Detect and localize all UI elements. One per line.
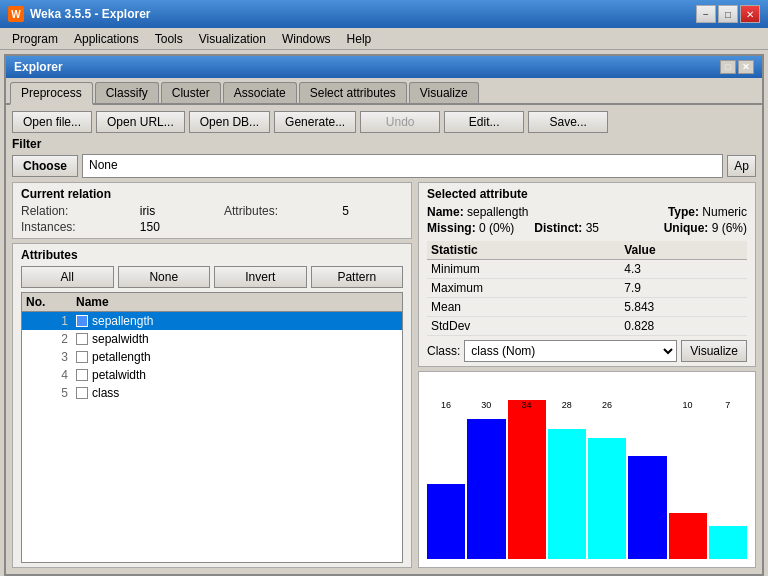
histogram-chart: 16 30 34	[427, 380, 747, 559]
minimize-button[interactable]: −	[696, 5, 716, 23]
apply-button[interactable]: Ap	[727, 155, 756, 177]
attr-checkbox[interactable]	[76, 369, 88, 381]
choose-button[interactable]: Choose	[12, 155, 78, 177]
attr-missing-label	[534, 205, 639, 219]
attributes-title: Attributes	[21, 248, 403, 262]
attributes-value: 5	[342, 204, 403, 218]
bar	[467, 419, 505, 559]
explorer-title-bar: Explorer □ ✕	[6, 56, 762, 78]
edit-button[interactable]: Edit...	[444, 111, 524, 133]
none-button[interactable]: None	[118, 266, 211, 288]
table-row[interactable]: 4 petalwidth	[22, 366, 402, 384]
open-url-button[interactable]: Open URL...	[96, 111, 185, 133]
attr-missing-info: Missing: 0 (0%)	[427, 221, 532, 235]
open-db-button[interactable]: Open DB...	[189, 111, 270, 133]
menu-visualization[interactable]: Visualization	[191, 30, 274, 48]
invert-button[interactable]: Invert	[214, 266, 307, 288]
bar-group: 10	[669, 400, 707, 559]
relation-grid: Relation: iris Attributes: 5 Instances: …	[21, 204, 403, 234]
weka-icon: W	[8, 6, 24, 22]
all-button[interactable]: All	[21, 266, 114, 288]
stat-name: Mean	[427, 298, 620, 317]
bar	[508, 400, 546, 559]
menu-applications[interactable]: Applications	[66, 30, 147, 48]
close-button[interactable]: ✕	[740, 5, 760, 23]
attr-name-label: Name: sepallength	[427, 205, 532, 219]
pattern-button[interactable]: Pattern	[311, 266, 404, 288]
generate-button[interactable]: Generate...	[274, 111, 356, 133]
tab-preprocess[interactable]: Preprocess	[10, 82, 93, 105]
right-panel: Selected attribute Name: sepallength Typ…	[418, 182, 756, 568]
attribute-table[interactable]: No. Name 1 sepallength	[21, 292, 403, 563]
tab-classify[interactable]: Classify	[95, 82, 159, 103]
attributes-section: Attributes All None Invert Pattern No. N…	[12, 243, 412, 568]
stat-col-statistic: Statistic	[427, 241, 620, 260]
open-file-button[interactable]: Open file...	[12, 111, 92, 133]
stat-row-maximum: Maximum 7.9	[427, 279, 747, 298]
attr-num: 3	[26, 350, 76, 364]
attr-type-label: Type: Numeric	[642, 205, 747, 219]
table-header: No. Name	[22, 293, 402, 312]
menu-tools[interactable]: Tools	[147, 30, 191, 48]
col-name-header: Name	[76, 295, 398, 309]
explorer-title-text: Explorer	[14, 60, 63, 74]
bar-label: 26	[602, 400, 612, 410]
stat-row-mean: Mean 5.843	[427, 298, 747, 317]
selected-attribute-info: Name: sepallength Type: Numeric Missing:…	[427, 205, 747, 235]
class-label: Class:	[427, 344, 460, 358]
explorer-close-button[interactable]: ✕	[738, 60, 754, 74]
bar-label: 7	[725, 400, 730, 410]
attr-name-cell: sepallength	[76, 314, 398, 328]
attr-checkbox[interactable]	[76, 315, 88, 327]
bar-label: 16	[441, 400, 451, 410]
table-row[interactable]: 5 class	[22, 384, 402, 402]
current-relation-section: Current relation Relation: iris Attribut…	[12, 182, 412, 239]
bar	[548, 429, 586, 559]
attr-checkbox[interactable]	[76, 351, 88, 363]
histogram-container: 16 30 34	[418, 371, 756, 568]
menu-program[interactable]: Program	[4, 30, 66, 48]
filter-row: Choose None Ap	[12, 154, 756, 178]
table-row[interactable]: 3 petallength	[22, 348, 402, 366]
tab-visualize[interactable]: Visualize	[409, 82, 479, 103]
attr-name: sepallength	[92, 314, 153, 328]
table-row[interactable]: 1 sepallength	[22, 312, 402, 330]
attr-num: 2	[26, 332, 76, 346]
bar	[628, 456, 666, 559]
stat-row-minimum: Minimum 4.3	[427, 260, 747, 279]
class-selector-row: Class: class (Nom) sepallength (Num) sep…	[427, 340, 747, 362]
menu-help[interactable]: Help	[339, 30, 380, 48]
main-panels: Current relation Relation: iris Attribut…	[12, 182, 756, 568]
main-content: Open file... Open URL... Open DB... Gene…	[6, 105, 762, 574]
bar-label: 10	[683, 400, 693, 410]
table-row[interactable]: 2 sepalwidth	[22, 330, 402, 348]
save-button[interactable]: Save...	[528, 111, 608, 133]
title-bar-left: W Weka 3.5.5 - Explorer	[8, 6, 151, 22]
attr-name: class	[92, 386, 119, 400]
relation-label: Relation:	[21, 204, 130, 218]
class-select[interactable]: class (Nom) sepallength (Num) sepalwidth…	[464, 340, 677, 362]
tab-cluster[interactable]: Cluster	[161, 82, 221, 103]
explorer-resize-button[interactable]: □	[720, 60, 736, 74]
undo-button[interactable]: Undo	[360, 111, 440, 133]
attr-checkbox[interactable]	[76, 387, 88, 399]
attr-num: 1	[26, 314, 76, 328]
title-bar-text: Weka 3.5.5 - Explorer	[30, 7, 151, 21]
menu-windows[interactable]: Windows	[274, 30, 339, 48]
tab-associate[interactable]: Associate	[223, 82, 297, 103]
visualize-button[interactable]: Visualize	[681, 340, 747, 362]
stat-name: Minimum	[427, 260, 620, 279]
current-relation-title: Current relation	[21, 187, 403, 201]
maximize-button[interactable]: □	[718, 5, 738, 23]
bar-group: 30	[467, 400, 505, 559]
relation-value: iris	[140, 204, 214, 218]
tab-select-attributes[interactable]: Select attributes	[299, 82, 407, 103]
bar-label: 34	[522, 400, 532, 410]
bar-group: 16	[427, 400, 465, 559]
selected-attribute-section: Selected attribute Name: sepallength Typ…	[418, 182, 756, 367]
attr-checkbox[interactable]	[76, 333, 88, 345]
attributes-label: Attributes:	[224, 204, 332, 218]
bar-group: 34	[508, 400, 546, 559]
instances-value: 150	[140, 220, 214, 234]
bar	[709, 526, 747, 559]
